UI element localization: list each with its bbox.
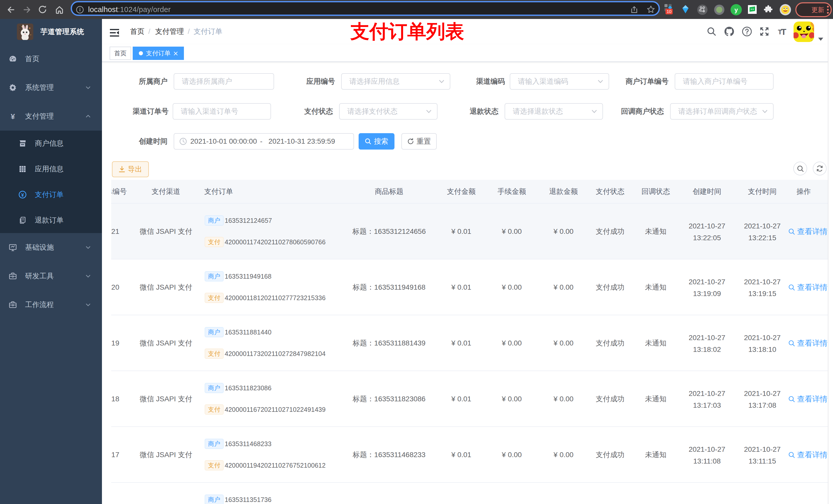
svg-text:¥: ¥ (11, 112, 15, 120)
svg-text:T: T (781, 27, 786, 37)
svg-text:y: y (734, 6, 738, 13)
svg-text:¥: ¥ (21, 192, 24, 198)
svg-text:10: 10 (667, 9, 672, 14)
